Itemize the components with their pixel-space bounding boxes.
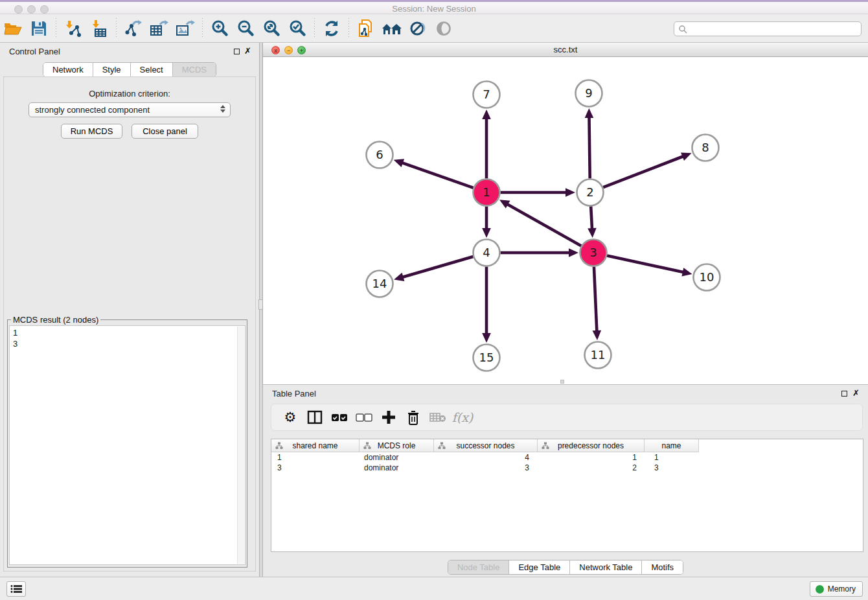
column-header-shared-name[interactable]: shared name [271, 439, 360, 452]
mcds-scrollbar[interactable] [237, 327, 244, 564]
dropdown-stepper-icon [220, 105, 225, 113]
canvas-resize-grip[interactable] [560, 380, 564, 384]
graph-arrowhead [588, 228, 597, 238]
control-panel-title: Control Panel [9, 47, 60, 56]
eye-icon [435, 20, 452, 37]
zoom-selected-button[interactable] [284, 16, 310, 41]
graph-edge-2-3[interactable] [591, 206, 592, 229]
apply-layout-button[interactable] [319, 16, 345, 41]
tab-network-table[interactable]: Network Table [570, 560, 642, 574]
list-icon [10, 584, 22, 594]
table-cell[interactable]: 1 [271, 452, 360, 463]
table-row[interactable]: 3dominator323 [271, 463, 863, 473]
home-button[interactable] [379, 16, 405, 41]
export-image-button[interactable] [172, 16, 198, 41]
mcds-result-title: MCDS result (2 nodes) [11, 315, 100, 325]
duplicate-network-button[interactable] [353, 16, 379, 41]
control-panel: Control Panel ✗ NetworkStyleSelectMCDS O… [0, 43, 260, 577]
zoom-out-button[interactable] [233, 16, 258, 41]
task-history-button[interactable] [6, 581, 26, 597]
tab-mcds[interactable]: MCDS [173, 63, 216, 76]
duplicate-network-icon [357, 19, 375, 38]
export-table-button[interactable] [146, 16, 172, 41]
table-settings-button[interactable]: ⚙ [278, 408, 303, 427]
select-all-button[interactable] [327, 408, 352, 427]
table-cell[interactable]: 3 [645, 463, 699, 473]
float-panel-icon[interactable] [234, 49, 240, 54]
save-session-button[interactable] [26, 16, 52, 41]
save-icon [30, 20, 47, 37]
toolbar-separator [348, 18, 349, 39]
graph-node-label: 8 [702, 141, 709, 154]
tab-node-table[interactable]: Node Table [448, 560, 510, 574]
graph-edge-3-11[interactable] [594, 266, 597, 332]
mcds-result-area[interactable]: 1 3 [9, 325, 246, 565]
zoom-in-button[interactable] [207, 16, 233, 41]
home-icon [382, 20, 402, 37]
close-panel-icon[interactable]: ✗ [244, 46, 251, 56]
tab-network[interactable]: Network [43, 63, 93, 76]
table-cell[interactable]: 4 [434, 452, 538, 463]
table-cell[interactable]: 1 [538, 452, 645, 463]
graph-arrowhead [565, 188, 575, 197]
network-canvas[interactable]: 7968124314101511 [263, 57, 868, 383]
table-cell[interactable]: dominator [360, 452, 434, 463]
delete-table-button[interactable] [426, 408, 450, 427]
export-network-button[interactable] [120, 16, 146, 41]
delete-table-icon [429, 411, 446, 423]
close-panel-button[interactable]: Close panel [131, 124, 198, 139]
memory-button[interactable]: Memory [810, 581, 863, 597]
tab-select[interactable]: Select [131, 63, 173, 76]
column-header-name[interactable]: name [645, 439, 699, 452]
run-mcds-button[interactable]: Run MCDS [61, 124, 122, 139]
table-cell[interactable]: 1 [645, 452, 699, 463]
tab-style[interactable]: Style [93, 63, 131, 76]
column-header-MCDS-role[interactable]: MCDS role [360, 439, 434, 452]
import-table-button[interactable] [86, 16, 112, 41]
table-panel-title: Table Panel [272, 389, 316, 398]
node-table: shared nameMCDS rolesuccessor nodesprede… [271, 439, 863, 552]
network-window-title: scc.txt [263, 45, 868, 54]
show-hide-panel-button[interactable] [431, 16, 457, 41]
graph-arrowhead [482, 110, 491, 119]
function-builder-button[interactable]: f(x) [450, 408, 475, 427]
search-input[interactable] [690, 23, 861, 35]
table-cell[interactable]: dominator [360, 463, 434, 473]
deselect-all-button[interactable] [352, 408, 376, 427]
toolbar-separator [56, 18, 56, 39]
table-cell[interactable]: 3 [271, 463, 360, 473]
graph-edge-2-8[interactable] [603, 156, 683, 187]
column-header-predecessor-nodes[interactable]: predecessor nodes [538, 439, 645, 452]
float-table-panel-icon[interactable] [841, 391, 847, 397]
graph-arrowhead [593, 330, 602, 340]
hierarchy-icon [275, 442, 283, 450]
delete-column-button[interactable] [401, 408, 426, 427]
toggle-graphics-details-button[interactable] [405, 16, 431, 41]
tab-edge-table[interactable]: Edge Table [509, 560, 570, 574]
window-titlebar: Session: New Session [0, 0, 868, 14]
column-header-successor-nodes[interactable]: successor nodes [434, 439, 538, 452]
zoom-fit-icon [262, 19, 280, 38]
add-column-button[interactable] [376, 408, 401, 427]
table-cell[interactable]: 2 [538, 463, 645, 473]
zoom-fit-button[interactable] [258, 16, 284, 41]
graph-edge-2-9[interactable] [589, 117, 589, 179]
optimization-criterion-dropdown[interactable]: strongly connected component [29, 102, 231, 117]
split-columns-button[interactable] [303, 408, 327, 427]
import-network-button[interactable] [60, 16, 86, 41]
hierarchy-icon [542, 442, 549, 450]
graph-edge-4-14[interactable] [402, 257, 474, 277]
gear-icon: ⚙ [284, 411, 297, 424]
tab-motifs[interactable]: Motifs [642, 560, 683, 574]
graph-node-label: 11 [591, 348, 606, 362]
table-cell[interactable]: 3 [434, 463, 538, 473]
graph-edge-3-10[interactable] [607, 256, 684, 273]
network-window-titlebar[interactable]: x − + scc.txt [263, 43, 868, 57]
open-session-button[interactable] [0, 16, 26, 41]
graph-edge-3-1[interactable] [507, 204, 581, 246]
close-table-panel-icon[interactable]: ✗ [852, 388, 860, 398]
network-graph[interactable]: 7968124314101511 [263, 57, 868, 383]
table-row[interactable]: 1dominator411 [271, 452, 863, 463]
graph-edge-1-6[interactable] [402, 163, 474, 188]
network-view-window: x − + scc.txt 7968124314101511 [262, 43, 868, 384]
